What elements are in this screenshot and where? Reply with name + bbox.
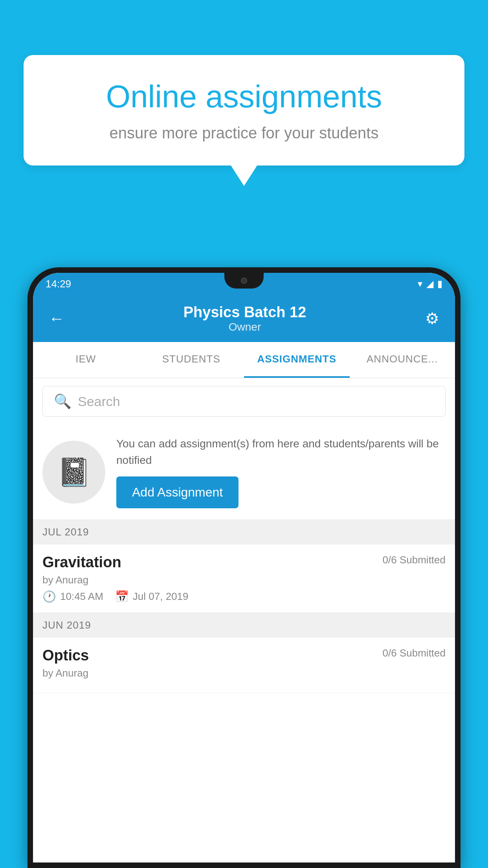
tab-announcements[interactable]: ANNOUNCE... bbox=[350, 342, 455, 378]
speech-bubble: Online assignments ensure more practice … bbox=[24, 55, 464, 166]
assignment-by-gravitation: by Anurag bbox=[42, 574, 446, 586]
clock-icon: 🕐 bbox=[42, 590, 56, 603]
status-time: 14:29 bbox=[46, 278, 71, 290]
assignment-submitted-optics: 0/6 Submitted bbox=[383, 647, 446, 659]
status-bar: 14:29 ▾ ◢ ▮ bbox=[33, 273, 455, 295]
search-icon: 🔍 bbox=[54, 393, 72, 410]
tab-assignments[interactable]: ASSIGNMENTS bbox=[244, 342, 350, 378]
search-input[interactable]: 🔍 Search bbox=[42, 386, 446, 417]
notebook-icon: 📓 bbox=[57, 456, 91, 488]
settings-icon[interactable]: ⚙ bbox=[425, 309, 439, 327]
batch-subtitle: Owner bbox=[183, 321, 306, 333]
search-placeholder-text: Search bbox=[78, 394, 120, 409]
search-container: 🔍 Search bbox=[33, 378, 455, 425]
assignment-submitted-gravitation: 0/6 Submitted bbox=[383, 554, 446, 566]
batch-title: Physics Batch 12 bbox=[183, 304, 306, 321]
time-block: 🕐 10:45 AM bbox=[42, 590, 103, 603]
assignment-by-optics: by Anurag bbox=[42, 667, 446, 679]
assignment-optics[interactable]: Optics 0/6 Submitted by Anurag bbox=[33, 638, 455, 693]
status-icons: ▾ ◢ ▮ bbox=[418, 278, 442, 289]
speech-bubble-subtitle: ensure more practice for your students bbox=[51, 124, 437, 142]
date-block: 📅 Jul 07, 2019 bbox=[115, 590, 189, 603]
tab-iew[interactable]: IEW bbox=[33, 342, 139, 378]
assignment-meta-gravitation: 🕐 10:45 AM 📅 Jul 07, 2019 bbox=[42, 590, 446, 603]
promo-text: You can add assignment(s) from here and … bbox=[116, 436, 446, 469]
back-button[interactable]: ← bbox=[49, 310, 64, 327]
promo-icon-circle: 📓 bbox=[42, 441, 105, 504]
section-header-jul: JUL 2019 bbox=[33, 520, 455, 544]
assignment-title-optics: Optics bbox=[42, 647, 89, 664]
battery-icon: ▮ bbox=[437, 278, 442, 289]
promo-section: 📓 You can add assignment(s) from here an… bbox=[33, 425, 455, 520]
assignment-title-gravitation: Gravitation bbox=[42, 554, 121, 571]
speech-bubble-container: Online assignments ensure more practice … bbox=[24, 55, 464, 166]
signal-icon: ◢ bbox=[426, 278, 433, 289]
front-camera bbox=[241, 278, 247, 284]
section-header-jun: JUN 2019 bbox=[33, 613, 455, 638]
speech-bubble-title: Online assignments bbox=[51, 79, 437, 115]
tab-students[interactable]: STUDENTS bbox=[139, 342, 244, 378]
phone-device: 14:29 ▾ ◢ ▮ ← Physics Batch 12 Owner ⚙ I… bbox=[28, 267, 460, 868]
section-label-jul: JUL 2019 bbox=[42, 526, 89, 538]
section-label-jun: JUN 2019 bbox=[42, 619, 91, 631]
tab-bar: IEW STUDENTS ASSIGNMENTS ANNOUNCE... bbox=[33, 342, 455, 378]
app-header: ← Physics Batch 12 Owner ⚙ bbox=[33, 295, 455, 342]
assignment-row1: Gravitation 0/6 Submitted bbox=[42, 554, 446, 571]
assignment-gravitation[interactable]: Gravitation 0/6 Submitted by Anurag 🕐 10… bbox=[33, 544, 455, 613]
header-title-block: Physics Batch 12 Owner bbox=[183, 304, 306, 333]
add-assignment-button[interactable]: Add Assignment bbox=[116, 476, 238, 508]
assignment-row1-optics: Optics 0/6 Submitted bbox=[42, 647, 446, 664]
phone-screen: 14:29 ▾ ◢ ▮ ← Physics Batch 12 Owner ⚙ I… bbox=[33, 273, 455, 862]
assignment-date: Jul 07, 2019 bbox=[133, 590, 189, 603]
phone-notch bbox=[224, 273, 264, 289]
promo-content: You can add assignment(s) from here and … bbox=[116, 436, 446, 508]
wifi-icon: ▾ bbox=[418, 278, 422, 289]
calendar-icon: 📅 bbox=[115, 590, 129, 603]
assignment-time: 10:45 AM bbox=[60, 590, 103, 603]
